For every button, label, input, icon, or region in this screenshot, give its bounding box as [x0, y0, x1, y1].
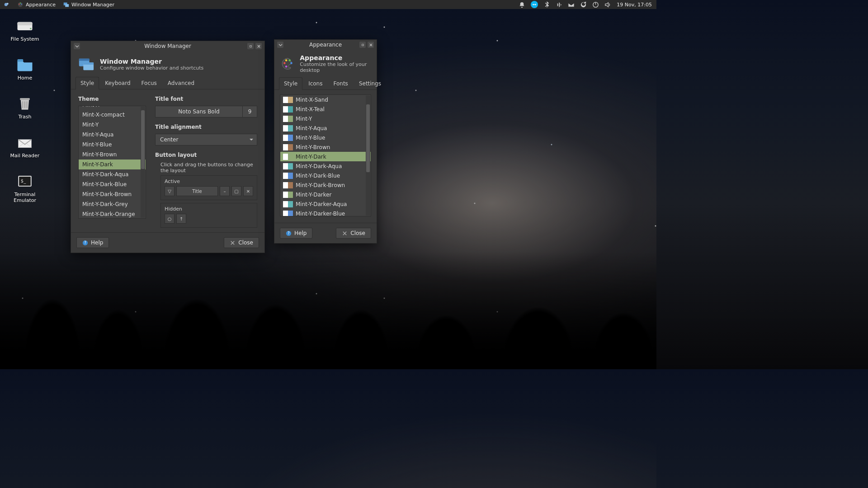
wm-help-button[interactable]: ?Help [76, 237, 109, 248]
wm-layout-shade-button[interactable]: ○ [165, 214, 175, 224]
wm-theme-scrollbar[interactable] [141, 107, 145, 218]
bluetooth-icon[interactable] [543, 1, 550, 8]
svg-point-12 [30, 28, 32, 30]
ap-style-item[interactable]: Mint-Y-Darker [280, 190, 371, 199]
swatch-icon [283, 125, 293, 131]
wm-theme-item[interactable]: Mint-X-compact [79, 110, 146, 120]
wm-titlefont-size[interactable]: 9 [243, 106, 257, 117]
folder-icon [14, 55, 36, 73]
ap-style-item[interactable]: Mint-X-Sand [280, 95, 371, 104]
drive-icon [14, 16, 36, 34]
ap-style-item[interactable]: Mint-Y-Blue [280, 133, 371, 142]
ap-min-button[interactable] [359, 42, 366, 48]
svg-text:?: ? [288, 231, 289, 235]
taskbar-item-appearance[interactable]: Appearance [14, 0, 59, 9]
ap-style-item[interactable]: Mint-X-Teal [280, 104, 371, 114]
ap-style-scrollbar[interactable] [366, 95, 370, 216]
ap-style-item[interactable]: Mint-Y-Dark-Aqua [280, 161, 371, 171]
wm-layout-min-button[interactable]: – [220, 186, 230, 196]
notification-icon[interactable] [519, 1, 525, 8]
wm-layout-close-button[interactable]: ✕ [243, 186, 253, 196]
wm-titlefont-button[interactable]: Noto Sans Bold [155, 106, 243, 117]
wm-tab-advanced[interactable]: Advanced [163, 77, 199, 89]
wm-tab-style[interactable]: Style [75, 77, 99, 89]
svg-point-3 [19, 4, 19, 5]
volume-icon[interactable] [604, 1, 611, 8]
ap-menu-button[interactable] [277, 42, 283, 48]
ap-tab-style[interactable]: Style [279, 77, 302, 90]
wm-layout-max-button[interactable]: ▢ [231, 186, 241, 196]
power-icon[interactable] [592, 1, 599, 8]
ap-tab-settings[interactable]: Settings [354, 77, 386, 90]
ap-style-item[interactable]: Mint-Y-Dark-Brown [280, 180, 371, 190]
teamviewer-icon[interactable] [531, 1, 538, 8]
wm-layout-menu-button[interactable]: ▽ [165, 186, 175, 196]
wm-theme-item[interactable]: Mint-Y-Dark-Blue [79, 179, 146, 189]
ap-titlebar[interactable]: Appearance [274, 40, 377, 50]
ap-help-button[interactable]: ?Help [280, 228, 312, 239]
desktop-icon-file-system[interactable]: File System [5, 16, 45, 42]
wallpaper-treeline [0, 252, 656, 369]
svg-rect-7 [65, 4, 69, 7]
wm-theme-item[interactable]: Mint-Y-Brown [79, 150, 146, 160]
updates-icon[interactable] [580, 1, 587, 8]
wm-theme-list[interactable]: Mint-XMint-X-compactMint-YMint-Y-AquaMin… [78, 106, 146, 219]
wm-min-button[interactable] [247, 43, 254, 49]
network-icon[interactable] [556, 1, 562, 8]
ap-close-button[interactable] [368, 42, 374, 48]
svg-point-4 [20, 3, 21, 4]
wm-theme-item[interactable]: Mint-Y-Dark [79, 160, 146, 169]
wm-tab-focus[interactable]: Focus [137, 77, 162, 89]
ap-style-item[interactable]: Mint-Y-Darker-Blue [280, 209, 371, 216]
wm-close-button[interactable] [255, 43, 262, 49]
wm-layout-hidden-box: Hidden ○ ↑ [160, 203, 257, 228]
ap-style-item[interactable]: Mint-Y-Darker-Aqua [280, 199, 371, 209]
wm-align-select[interactable]: Center [155, 134, 257, 145]
wm-layout-stick-button[interactable]: ↑ [176, 214, 186, 224]
ap-style-item[interactable]: Mint-Y [280, 114, 371, 123]
wm-align-label: Title alignment [155, 124, 257, 130]
close-icon [342, 230, 348, 236]
wm-theme-item[interactable]: Mint-Y-Dark-Orange [79, 209, 146, 218]
desktop-icon-mail-reader[interactable]: Mail Reader [5, 133, 45, 159]
wm-theme-item[interactable]: Mint-X [79, 106, 146, 110]
wm-close-footer-button[interactable]: Close [224, 237, 259, 248]
ap-tabs: StyleIconsFontsSettings [274, 77, 377, 90]
svg-rect-25 [362, 44, 363, 46]
ap-style-item[interactable]: Mint-Y-Aqua [280, 123, 371, 133]
wm-title: Window Manager [92, 43, 244, 49]
whisker-menu-button[interactable] [0, 0, 14, 9]
ap-style-item[interactable]: Mint-Y-Dark-Blue [280, 171, 371, 180]
ap-tab-fonts[interactable]: Fonts [328, 77, 353, 90]
wm-subheading: Configure window behavior and shortcuts [100, 65, 203, 71]
wm-tab-keyboard[interactable]: Keyboard [100, 77, 135, 89]
wm-theme-item[interactable]: Mint-Y-Blue [79, 140, 146, 150]
panel-clock[interactable]: 19 Nov, 17:05 [617, 2, 652, 8]
mail-tray-icon[interactable] [568, 1, 575, 8]
wm-layout-hint: Click and drag the buttons to change the… [160, 162, 257, 174]
swatch-icon [283, 97, 293, 103]
desktop-icon-home[interactable]: Home [5, 55, 45, 81]
wm-titlebar[interactable]: Window Manager [71, 41, 264, 51]
wm-theme-item[interactable]: Mint-Y-Dark-Aqua [79, 169, 146, 179]
wm-theme-item[interactable]: Mint-Y-Aqua [79, 130, 146, 140]
wm-hidden-label: Hidden [165, 206, 253, 212]
svg-point-5 [21, 4, 22, 5]
wm-theme-item[interactable]: Mint-Y [79, 120, 146, 130]
svg-point-28 [288, 59, 291, 61]
desktop-icon-terminal-emulator[interactable]: $_Terminal Emulator [5, 172, 45, 203]
wm-layout-title[interactable]: Title [176, 186, 218, 196]
desktop-icon-trash[interactable]: Trash [5, 94, 45, 120]
svg-point-26 [283, 62, 286, 64]
wm-theme-item[interactable]: Mint-Y-Dark-Grey [79, 199, 146, 209]
taskbar-item-window-manager[interactable]: Window Manager [59, 0, 118, 9]
swatch-icon [283, 173, 293, 179]
ap-style-list[interactable]: Mint-X-SandMint-X-TealMint-YMint-Y-AquaM… [280, 94, 371, 216]
ap-tab-icons[interactable]: Icons [303, 77, 327, 90]
wm-menu-button[interactable] [74, 43, 80, 49]
wm-theme-item[interactable]: Mint-Y-Dark-Brown [79, 189, 146, 199]
ap-close-footer-button[interactable]: Close [336, 228, 371, 239]
panel-tray: 19 Nov, 17:05 [519, 1, 656, 8]
ap-style-item[interactable]: Mint-Y-Brown [280, 142, 371, 152]
ap-style-item[interactable]: Mint-Y-Dark [280, 152, 371, 161]
